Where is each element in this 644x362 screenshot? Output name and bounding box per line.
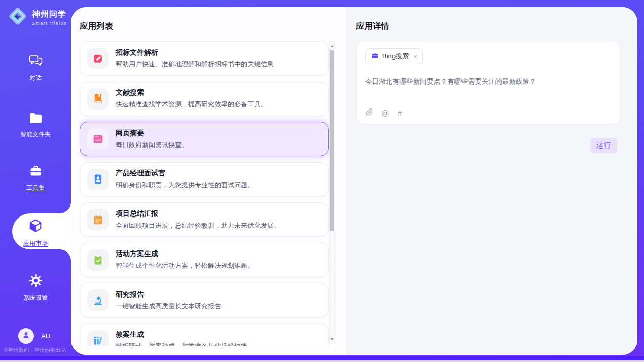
scrollbar-thumb[interactable]	[330, 50, 334, 231]
app-detail-title: 应用详情	[356, 21, 389, 32]
avatar	[18, 328, 34, 344]
main-panel: 应用列表 招标文件解析 帮助用户快速、准确地理解和解析招标书中的关键信息 文献搜…	[71, 7, 637, 355]
app-card-title: 活动方案生成	[116, 249, 254, 259]
sidebar-item-smart-folder[interactable]: 智能文件夹	[0, 112, 71, 139]
app-card[interactable]: </> 网页摘要 每日政府新闻资讯快查。	[80, 122, 329, 156]
resume-person-icon	[87, 169, 109, 190]
app-card-title: 网页摘要	[116, 129, 188, 138]
app-card-list: 招标文件解析 帮助用户快速、准确地理解和解析招标书中的关键信息 文献搜索 快速精…	[80, 41, 330, 346]
sidebar-item-label: 应用市场	[23, 239, 48, 248]
microscope-icon	[87, 289, 109, 311]
book-icon	[87, 88, 109, 110]
app-detail-panel: 应用详情 Bing搜索 × 今日湖北有哪些新闻要点？有哪些需要关注的最新政策？	[347, 7, 637, 355]
app-card-title: 文献搜索	[116, 88, 267, 97]
app-card-description: 每日政府新闻资讯快查。	[116, 140, 188, 150]
sidebar-item-label: 系统设置	[23, 294, 48, 302]
app-card[interactable]: 研究报告 一键智能生成高质量长文本研究报告	[80, 283, 329, 317]
app-list-title: 应用列表	[80, 21, 113, 32]
hashtag-icon[interactable]: #	[398, 109, 402, 117]
sidebar-item-chat[interactable]: 对话	[0, 55, 71, 82]
cube-icon	[28, 218, 43, 235]
close-icon[interactable]: ×	[413, 53, 417, 60]
app-card-description: 全面回顾项目进展，总结经验教训，助力未来优化发展。	[116, 221, 280, 230]
folder-icon	[29, 112, 43, 126]
app-card[interactable]: 文献搜索 快速精准查找学术资源，提高研究效率的必备工具。	[80, 82, 329, 116]
app-card[interactable]: 项目总结汇报 全面回顾项目进展，总结经验教训，助力未来优化发展。	[80, 202, 329, 237]
books-icon	[87, 330, 109, 346]
app-window: 神州问学 Smart Vision 对话 智能文件夹	[0, 0, 644, 362]
scroll-down-button[interactable]	[330, 335, 335, 343]
run-button[interactable]: 运行	[590, 138, 617, 153]
sidebar-item-label: 工具集	[26, 184, 45, 192]
web-code-icon: </>	[87, 128, 109, 150]
gear-icon	[29, 274, 43, 289]
user-name: AD	[41, 332, 50, 340]
toolbox-icon	[29, 165, 43, 179]
sidebar-item-label: 智能文件夹	[20, 130, 51, 139]
app-card-description: 智能生成个性化活动方案，轻松解决规划难题。	[116, 261, 254, 270]
app-card-title: 产品经理面试官	[116, 169, 254, 178]
chat-icon	[29, 55, 43, 69]
tool-tag-label: Bing搜索	[382, 52, 409, 61]
app-list-panel: 应用列表 招标文件解析 帮助用户快速、准确地理解和解析招标书中的关键信息 文献搜…	[71, 7, 347, 355]
app-card-description: 一键智能生成高质量长文本研究报告	[116, 302, 221, 311]
app-card-description: 模板驱动，教案秒成，教学准备从此轻松快捷	[116, 342, 247, 346]
app-card[interactable]: 教案生成 模板驱动，教案秒成，教学准备从此轻松快捷	[80, 323, 329, 346]
calendar-icon	[87, 209, 109, 230]
prompt-input-card[interactable]: Bing搜索 × 今日湖北有哪些新闻要点？有哪些需要关注的最新政策？ @ #	[356, 41, 620, 124]
app-card[interactable]: 产品经理面试官 明确身份和职责，为您提供专业性的面试问题。	[80, 162, 329, 197]
bottom-bar	[0, 356, 644, 360]
mention-icon[interactable]: @	[381, 109, 389, 117]
gem-logo-icon	[7, 6, 28, 29]
scroll-up-button[interactable]	[330, 42, 335, 50]
copyright-footer: ©神州数码 · 神州问学出品	[4, 347, 80, 354]
sidebar-item-app-market[interactable]: 应用市场	[0, 218, 71, 248]
sidebar-item-toolset[interactable]: 工具集	[0, 165, 71, 192]
user-account[interactable]: AD	[18, 328, 50, 344]
input-toolbar: @ #	[366, 108, 402, 118]
app-card-description: 快速精准查找学术资源，提高研究效率的必备工具。	[116, 100, 267, 109]
sidebar: 神州问学 Smart Vision 对话 智能文件夹	[0, 0, 71, 356]
svg-text:</>: </>	[95, 138, 101, 142]
app-card-description: 帮助用户快速、准确地理解和解析招标书中的关键信息	[116, 60, 274, 69]
app-card-title: 教案生成	[116, 330, 247, 339]
sidebar-item-settings[interactable]: 系统设置	[0, 274, 71, 302]
app-card-title: 项目总结汇报	[116, 209, 280, 219]
edit-doc-icon	[87, 48, 109, 69]
sidebar-item-label: 对话	[29, 74, 42, 82]
arrow-up-icon	[331, 45, 334, 47]
logo-title: 神州问学	[32, 9, 67, 20]
app-card[interactable]: 活动方案生成 智能生成个性化活动方案，轻松解决规划难题。	[80, 243, 329, 277]
logo-subtitle: Smart Vision	[32, 21, 67, 26]
app-card-title: 研究报告	[116, 290, 221, 299]
arrow-down-icon	[331, 338, 334, 340]
app-list-viewport: 招标文件解析 帮助用户快速、准确地理解和解析招标书中的关键信息 文献搜索 快速精…	[80, 41, 330, 346]
logo: 神州问学 Smart Vision	[7, 6, 67, 29]
clipboard-check-icon	[87, 249, 109, 271]
question-text[interactable]: 今日湖北有哪些新闻要点？有哪些需要关注的最新政策？	[365, 77, 612, 86]
person-icon	[22, 331, 30, 341]
tool-tag-bing-search[interactable]: Bing搜索 ×	[365, 48, 423, 64]
attachment-icon[interactable]	[366, 108, 373, 118]
list-scrollbar[interactable]	[329, 41, 335, 344]
app-card-description: 明确身份和职责，为您提供专业性的面试问题。	[116, 180, 254, 190]
app-card-title: 招标文件解析	[116, 48, 274, 57]
briefcase-icon	[371, 52, 379, 61]
app-card[interactable]: 招标文件解析 帮助用户快速、准确地理解和解析招标书中的关键信息	[80, 41, 329, 76]
